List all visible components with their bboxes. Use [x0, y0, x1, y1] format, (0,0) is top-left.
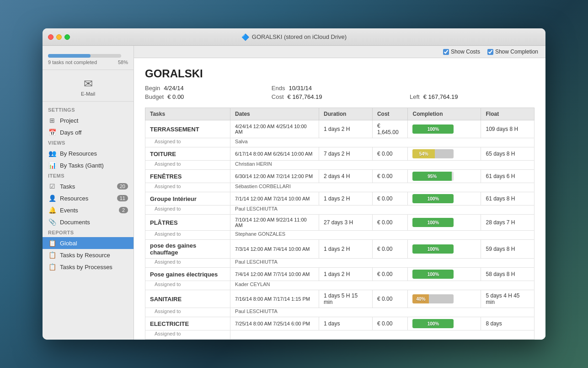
by-tasks-gantt-icon: 📊 — [48, 162, 56, 169]
sidebar-item-project[interactable]: ⊞ Project — [43, 114, 134, 126]
events-badge: 2 — [119, 207, 128, 213]
email-section[interactable]: ✉ E-Mail — [43, 74, 134, 102]
days-off-icon: 📅 — [48, 129, 56, 136]
show-costs-label: Show Costs — [451, 49, 480, 55]
sidebar-label-global: Global — [60, 240, 77, 247]
task-name-cell: TERRASSEMENT — [145, 120, 230, 138]
sidebar-item-documents[interactable]: 📎 Documents — [43, 216, 134, 228]
completion-bar: 40% — [412, 294, 454, 303]
settings-section-label: SETTINGS — [43, 105, 134, 114]
col-header-float: Float — [481, 108, 535, 120]
task-name: TOITURE — [150, 151, 176, 157]
task-completion-cell: 100% — [408, 192, 481, 206]
table-row: FENÊTRES6/30/14 12:00 AM 7/2/14 12:00 PM… — [145, 170, 535, 183]
task-dates-cell: 6/17/14 8:00 AM 6/26/14 10:00 AM — [230, 147, 319, 161]
traffic-lights — [48, 34, 70, 40]
assigned-value: Paul LESCHIUTTA — [230, 206, 535, 215]
completion-bar: 100% — [412, 270, 454, 279]
task-duration-cell: 1 days 2 H — [319, 240, 373, 259]
progress-section: 9 tasks not completed 58% — [43, 50, 134, 70]
completion-label: 100% — [428, 196, 439, 201]
sidebar-label-by-tasks-gantt: By Tasks (Gantt) — [60, 162, 104, 169]
assigned-label: Assigned to — [145, 259, 230, 268]
window-body: 9 tasks not completed 58% ✉ E-Mail SETTI… — [43, 46, 545, 340]
col-header-cost: Cost — [372, 108, 408, 120]
sidebar-item-resources[interactable]: 👤 Resources 11 — [43, 192, 134, 204]
sidebar-item-days-off[interactable]: 📅 Days off — [43, 126, 134, 138]
sidebar-item-tasks[interactable]: ☑ Tasks 20 — [43, 180, 134, 192]
cost-value: € 167,764.19 — [288, 93, 322, 100]
table-row: PLÂTRES7/10/14 12:00 AM 9/22/14 11:00 AM… — [145, 215, 535, 231]
sidebar-label-events: Events — [60, 207, 78, 214]
sidebar-item-by-tasks-gantt[interactable]: 📊 By Tasks (Gantt) — [43, 159, 134, 171]
left-row: Left € 167,764.19 — [410, 93, 535, 100]
sidebar-item-tasks-by-resource[interactable]: 📋 Tasks by Resource — [43, 249, 134, 261]
table-row: Groupe Intérieur7/1/14 12:00 AM 7/2/14 1… — [145, 192, 535, 206]
sidebar-label-resources: Resources — [60, 195, 88, 202]
task-name: Pose gaines électriques — [150, 271, 218, 278]
assigned-label: Assigned to — [145, 138, 230, 147]
completion-fill: 100% — [412, 244, 454, 254]
task-name-cell: ELECTRICITE — [145, 317, 230, 330]
col-header-dates: Dates — [230, 108, 319, 120]
email-icon: ✉ — [84, 77, 93, 90]
sidebar-label-project: Project — [60, 117, 78, 124]
ends-row: Ends 10/31/14 — [272, 85, 399, 92]
begin-label: Begin — [145, 85, 160, 92]
titlebar: 🔷 GORALSKI (stored on iCloud Drive) — [43, 28, 545, 46]
sidebar-label-tasks: Tasks — [60, 183, 75, 190]
task-float-cell: 65 days 8 H — [481, 147, 535, 161]
global-icon: 📋 — [48, 239, 56, 247]
cost-row: Cost € 167,764.19 — [272, 93, 399, 100]
task-dates-cell: 4/24/14 12:00 AM 4/25/14 10:00 AM — [230, 120, 319, 138]
task-float-cell: 61 days 6 H — [481, 170, 535, 183]
task-completion-cell: 100% — [408, 215, 481, 231]
show-completion-toggle[interactable]: Show Completion — [487, 49, 538, 55]
task-name-cell: SANITAIRE — [145, 290, 230, 308]
completion-label: 100% — [428, 127, 439, 132]
task-name-cell: Pose gaines électriques — [145, 268, 230, 281]
resources-icon: 👤 — [48, 195, 56, 202]
completion-fill: 100% — [412, 218, 454, 227]
sidebar-item-global[interactable]: 📋 Global — [43, 237, 134, 249]
table-row: TOITURE6/17/14 8:00 AM 6/26/14 10:00 AM7… — [145, 147, 535, 161]
show-costs-checkbox[interactable] — [443, 49, 449, 55]
table-row: SANITAIRE7/16/14 8:00 AM 7/17/14 1:15 PM… — [145, 290, 535, 308]
completion-fill: 100% — [412, 194, 454, 203]
show-costs-toggle[interactable]: Show Costs — [443, 49, 480, 55]
budget-row: Budget € 0.00 — [145, 93, 261, 100]
completion-fill: 100% — [412, 124, 454, 134]
sidebar-item-tasks-by-processes[interactable]: 📋 Tasks by Processes — [43, 261, 134, 273]
assigned-label: Assigned to — [145, 206, 230, 215]
task-completion-cell: 95% — [408, 170, 481, 183]
completion-bar: 100% — [412, 124, 454, 134]
assigned-row: Assigned to Sébastien CORBELLARI — [145, 183, 535, 192]
sidebar-item-by-resources[interactable]: 👥 By Resources — [43, 147, 134, 159]
task-dates-cell: 7/4/14 12:00 AM 7/7/14 10:00 AM — [230, 268, 319, 281]
close-button[interactable] — [48, 34, 53, 40]
budget-value: € 0.00 — [167, 93, 184, 100]
task-cost-cell: € 0.00 — [372, 170, 408, 183]
assigned-value: Christian HERIN — [230, 161, 535, 170]
task-duration-cell: 1 days 2 H — [319, 268, 373, 281]
assigned-row: Assigned to — [145, 330, 535, 340]
table-row: ELECTRICITE7/25/14 8:00 AM 7/25/14 6:00 … — [145, 317, 535, 330]
sidebar-label-tasks-by-resource: Tasks by Resource — [60, 252, 110, 259]
completion-fill: 100% — [412, 319, 454, 328]
progress-bar-fill — [48, 54, 91, 58]
window-title: 🔷 GORALSKI (stored on iCloud Drive) — [241, 33, 347, 41]
task-cost-cell: € 0.00 — [372, 290, 408, 308]
tasks-icon: ☑ — [48, 183, 56, 190]
ends-label: Ends — [272, 85, 285, 92]
completion-bar: 100% — [412, 218, 454, 227]
minimize-button[interactable] — [56, 34, 62, 40]
sidebar-label-documents: Documents — [60, 219, 90, 226]
sidebar-item-events[interactable]: 🔔 Events 2 — [43, 204, 134, 216]
tasks-not-completed: 9 tasks not completed — [48, 60, 97, 65]
show-completion-checkbox[interactable] — [487, 49, 493, 55]
task-float-cell: 58 days 8 H — [481, 268, 535, 281]
maximize-button[interactable] — [64, 34, 70, 40]
tasks-by-resource-icon: 📋 — [48, 251, 56, 259]
events-icon: 🔔 — [48, 206, 56, 214]
task-duration-cell: 1 days 2 H — [319, 192, 373, 206]
